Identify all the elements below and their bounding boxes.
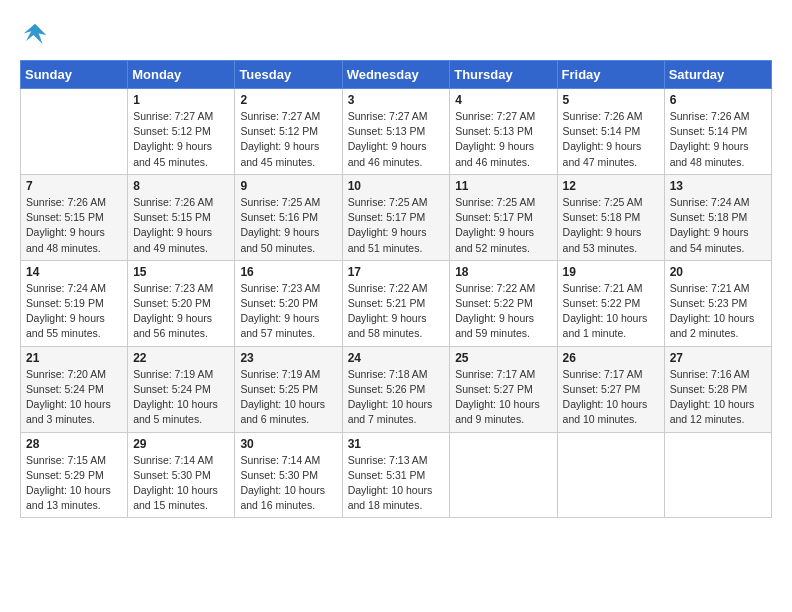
calendar-day-cell: 26Sunrise: 7:17 AMSunset: 5:27 PMDayligh… bbox=[557, 346, 664, 432]
day-info: Sunrise: 7:27 AMSunset: 5:13 PMDaylight:… bbox=[455, 109, 551, 170]
day-info: Sunrise: 7:26 AMSunset: 5:14 PMDaylight:… bbox=[563, 109, 659, 170]
day-number: 10 bbox=[348, 179, 445, 193]
calendar-day-cell: 25Sunrise: 7:17 AMSunset: 5:27 PMDayligh… bbox=[450, 346, 557, 432]
calendar-day-cell: 10Sunrise: 7:25 AMSunset: 5:17 PMDayligh… bbox=[342, 174, 450, 260]
day-info: Sunrise: 7:13 AMSunset: 5:31 PMDaylight:… bbox=[348, 453, 445, 514]
calendar-week-row: 14Sunrise: 7:24 AMSunset: 5:19 PMDayligh… bbox=[21, 260, 772, 346]
calendar-day-cell: 16Sunrise: 7:23 AMSunset: 5:20 PMDayligh… bbox=[235, 260, 342, 346]
day-info: Sunrise: 7:27 AMSunset: 5:13 PMDaylight:… bbox=[348, 109, 445, 170]
calendar-day-cell: 4Sunrise: 7:27 AMSunset: 5:13 PMDaylight… bbox=[450, 89, 557, 175]
day-info: Sunrise: 7:21 AMSunset: 5:23 PMDaylight:… bbox=[670, 281, 766, 342]
page-header bbox=[20, 20, 772, 50]
calendar-day-cell: 9Sunrise: 7:25 AMSunset: 5:16 PMDaylight… bbox=[235, 174, 342, 260]
day-number: 8 bbox=[133, 179, 229, 193]
day-of-week-header: Wednesday bbox=[342, 61, 450, 89]
calendar-day-cell: 24Sunrise: 7:18 AMSunset: 5:26 PMDayligh… bbox=[342, 346, 450, 432]
day-number: 2 bbox=[240, 93, 336, 107]
calendar-day-cell: 1Sunrise: 7:27 AMSunset: 5:12 PMDaylight… bbox=[128, 89, 235, 175]
calendar-day-cell: 3Sunrise: 7:27 AMSunset: 5:13 PMDaylight… bbox=[342, 89, 450, 175]
day-info: Sunrise: 7:20 AMSunset: 5:24 PMDaylight:… bbox=[26, 367, 122, 428]
day-info: Sunrise: 7:15 AMSunset: 5:29 PMDaylight:… bbox=[26, 453, 122, 514]
day-number: 16 bbox=[240, 265, 336, 279]
day-number: 12 bbox=[563, 179, 659, 193]
day-number: 15 bbox=[133, 265, 229, 279]
calendar-day-cell: 17Sunrise: 7:22 AMSunset: 5:21 PMDayligh… bbox=[342, 260, 450, 346]
day-number: 6 bbox=[670, 93, 766, 107]
day-info: Sunrise: 7:16 AMSunset: 5:28 PMDaylight:… bbox=[670, 367, 766, 428]
calendar-day-cell: 12Sunrise: 7:25 AMSunset: 5:18 PMDayligh… bbox=[557, 174, 664, 260]
calendar-day-cell: 15Sunrise: 7:23 AMSunset: 5:20 PMDayligh… bbox=[128, 260, 235, 346]
day-number: 25 bbox=[455, 351, 551, 365]
calendar-day-cell bbox=[21, 89, 128, 175]
day-of-week-header: Sunday bbox=[21, 61, 128, 89]
day-info: Sunrise: 7:21 AMSunset: 5:22 PMDaylight:… bbox=[563, 281, 659, 342]
day-info: Sunrise: 7:25 AMSunset: 5:17 PMDaylight:… bbox=[348, 195, 445, 256]
day-number: 21 bbox=[26, 351, 122, 365]
day-info: Sunrise: 7:14 AMSunset: 5:30 PMDaylight:… bbox=[240, 453, 336, 514]
day-info: Sunrise: 7:25 AMSunset: 5:17 PMDaylight:… bbox=[455, 195, 551, 256]
day-of-week-header: Thursday bbox=[450, 61, 557, 89]
day-number: 20 bbox=[670, 265, 766, 279]
day-info: Sunrise: 7:22 AMSunset: 5:21 PMDaylight:… bbox=[348, 281, 445, 342]
calendar-day-cell: 28Sunrise: 7:15 AMSunset: 5:29 PMDayligh… bbox=[21, 432, 128, 518]
calendar-week-row: 28Sunrise: 7:15 AMSunset: 5:29 PMDayligh… bbox=[21, 432, 772, 518]
day-of-week-header: Tuesday bbox=[235, 61, 342, 89]
calendar-day-cell: 7Sunrise: 7:26 AMSunset: 5:15 PMDaylight… bbox=[21, 174, 128, 260]
day-number: 19 bbox=[563, 265, 659, 279]
day-number: 13 bbox=[670, 179, 766, 193]
day-number: 11 bbox=[455, 179, 551, 193]
day-info: Sunrise: 7:19 AMSunset: 5:24 PMDaylight:… bbox=[133, 367, 229, 428]
day-number: 31 bbox=[348, 437, 445, 451]
calendar-day-cell: 19Sunrise: 7:21 AMSunset: 5:22 PMDayligh… bbox=[557, 260, 664, 346]
day-number: 4 bbox=[455, 93, 551, 107]
day-info: Sunrise: 7:17 AMSunset: 5:27 PMDaylight:… bbox=[563, 367, 659, 428]
day-number: 22 bbox=[133, 351, 229, 365]
calendar-day-cell: 22Sunrise: 7:19 AMSunset: 5:24 PMDayligh… bbox=[128, 346, 235, 432]
calendar-day-cell: 14Sunrise: 7:24 AMSunset: 5:19 PMDayligh… bbox=[21, 260, 128, 346]
calendar-day-cell: 31Sunrise: 7:13 AMSunset: 5:31 PMDayligh… bbox=[342, 432, 450, 518]
day-info: Sunrise: 7:23 AMSunset: 5:20 PMDaylight:… bbox=[240, 281, 336, 342]
calendar-week-row: 21Sunrise: 7:20 AMSunset: 5:24 PMDayligh… bbox=[21, 346, 772, 432]
calendar-day-cell: 2Sunrise: 7:27 AMSunset: 5:12 PMDaylight… bbox=[235, 89, 342, 175]
calendar-day-cell: 6Sunrise: 7:26 AMSunset: 5:14 PMDaylight… bbox=[664, 89, 771, 175]
calendar-day-cell bbox=[557, 432, 664, 518]
day-info: Sunrise: 7:26 AMSunset: 5:15 PMDaylight:… bbox=[133, 195, 229, 256]
logo-icon bbox=[20, 20, 50, 50]
calendar-day-cell: 29Sunrise: 7:14 AMSunset: 5:30 PMDayligh… bbox=[128, 432, 235, 518]
day-info: Sunrise: 7:18 AMSunset: 5:26 PMDaylight:… bbox=[348, 367, 445, 428]
day-of-week-header: Saturday bbox=[664, 61, 771, 89]
day-number: 24 bbox=[348, 351, 445, 365]
calendar-day-cell: 27Sunrise: 7:16 AMSunset: 5:28 PMDayligh… bbox=[664, 346, 771, 432]
day-number: 30 bbox=[240, 437, 336, 451]
calendar-day-cell: 5Sunrise: 7:26 AMSunset: 5:14 PMDaylight… bbox=[557, 89, 664, 175]
day-number: 29 bbox=[133, 437, 229, 451]
calendar-week-row: 7Sunrise: 7:26 AMSunset: 5:15 PMDaylight… bbox=[21, 174, 772, 260]
logo bbox=[20, 20, 54, 50]
calendar-day-cell: 11Sunrise: 7:25 AMSunset: 5:17 PMDayligh… bbox=[450, 174, 557, 260]
day-info: Sunrise: 7:25 AMSunset: 5:18 PMDaylight:… bbox=[563, 195, 659, 256]
day-number: 27 bbox=[670, 351, 766, 365]
day-number: 17 bbox=[348, 265, 445, 279]
calendar-day-cell: 23Sunrise: 7:19 AMSunset: 5:25 PMDayligh… bbox=[235, 346, 342, 432]
calendar-header-row: SundayMondayTuesdayWednesdayThursdayFrid… bbox=[21, 61, 772, 89]
day-info: Sunrise: 7:27 AMSunset: 5:12 PMDaylight:… bbox=[240, 109, 336, 170]
calendar-day-cell bbox=[450, 432, 557, 518]
day-number: 23 bbox=[240, 351, 336, 365]
day-info: Sunrise: 7:23 AMSunset: 5:20 PMDaylight:… bbox=[133, 281, 229, 342]
day-number: 18 bbox=[455, 265, 551, 279]
day-number: 26 bbox=[563, 351, 659, 365]
calendar-table: SundayMondayTuesdayWednesdayThursdayFrid… bbox=[20, 60, 772, 518]
calendar-day-cell: 30Sunrise: 7:14 AMSunset: 5:30 PMDayligh… bbox=[235, 432, 342, 518]
day-info: Sunrise: 7:25 AMSunset: 5:16 PMDaylight:… bbox=[240, 195, 336, 256]
calendar-day-cell: 18Sunrise: 7:22 AMSunset: 5:22 PMDayligh… bbox=[450, 260, 557, 346]
day-info: Sunrise: 7:19 AMSunset: 5:25 PMDaylight:… bbox=[240, 367, 336, 428]
day-of-week-header: Monday bbox=[128, 61, 235, 89]
calendar-day-cell: 21Sunrise: 7:20 AMSunset: 5:24 PMDayligh… bbox=[21, 346, 128, 432]
day-info: Sunrise: 7:14 AMSunset: 5:30 PMDaylight:… bbox=[133, 453, 229, 514]
day-number: 7 bbox=[26, 179, 122, 193]
svg-marker-0 bbox=[24, 24, 47, 44]
calendar-day-cell: 20Sunrise: 7:21 AMSunset: 5:23 PMDayligh… bbox=[664, 260, 771, 346]
day-number: 3 bbox=[348, 93, 445, 107]
day-info: Sunrise: 7:26 AMSunset: 5:14 PMDaylight:… bbox=[670, 109, 766, 170]
calendar-day-cell: 13Sunrise: 7:24 AMSunset: 5:18 PMDayligh… bbox=[664, 174, 771, 260]
